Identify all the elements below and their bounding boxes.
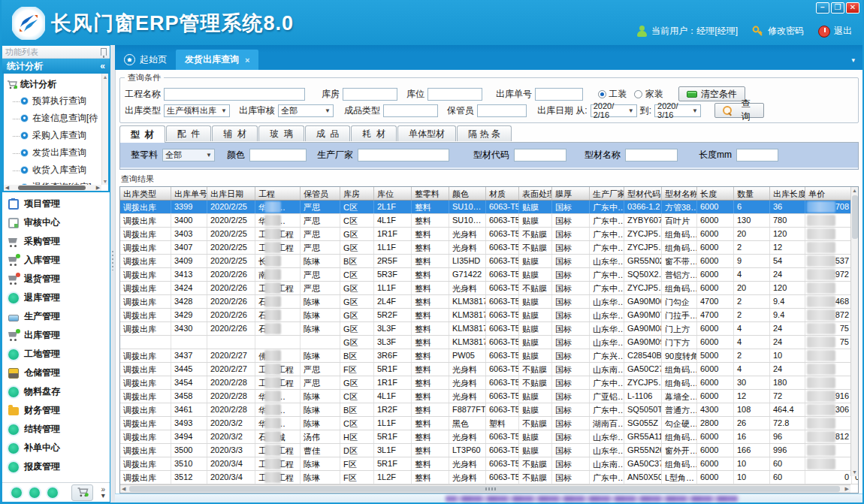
column-header-出库类型[interactable]: 出库类型 (120, 187, 171, 200)
sidebar-item-项目管理[interactable]: 项目管理 (2, 195, 110, 213)
close-button[interactable]: ✕ (846, 2, 859, 14)
dot-icon[interactable] (29, 487, 40, 498)
column-header-材质[interactable]: 材质 (486, 187, 519, 200)
tab-overflow-icon[interactable]: ▾ (851, 56, 855, 64)
order-no-input[interactable] (535, 88, 583, 101)
material-tab-辅材[interactable]: 辅 材 (212, 125, 258, 141)
sidebar-item-工地管理[interactable]: 工地管理 (2, 345, 110, 364)
change-password-button[interactable]: 修改密码 (752, 25, 804, 38)
scroll-left-icon[interactable]: ◀ (4, 185, 11, 191)
tree-root-stats[interactable]: 统计分析 (7, 77, 108, 92)
column-header-库房[interactable]: 库房 (340, 187, 374, 200)
sidebar-item-审核中心[interactable]: 审核中心 (2, 213, 110, 232)
tree-item-收货入库查询[interactable]: 收货入库查询 (7, 161, 108, 179)
table-row[interactable]: 调拨出库34002020/2/25华 原…严思C区4L1F整料SU10…6063… (120, 214, 858, 228)
grid-vertical-scrollbar[interactable]: ▲ ▼ (850, 187, 858, 476)
sidebar-item-入库管理[interactable]: 入库管理 (2, 251, 110, 270)
sidebar-item-报废管理[interactable]: 报废管理 (2, 457, 110, 476)
tree-item-在途信息查询[待[interactable]: 在途信息查询[待 (7, 110, 108, 127)
column-header-保管员[interactable]: 保管员 (301, 187, 340, 200)
keeper-input[interactable] (477, 104, 527, 117)
column-header-库位[interactable]: 库位 (374, 187, 412, 200)
maker-input[interactable] (358, 149, 449, 161)
table-row[interactable]: 调拨出库34582020/2/28华 原…陈琳C区4L1F整料光身料6063-T… (120, 390, 858, 403)
sidebar-item-仓储管理[interactable]: 仓储管理 (2, 364, 110, 382)
sidebar-item-出库管理[interactable]: 出库管理 (2, 326, 110, 345)
column-header-生产厂家[interactable]: 生产厂家 (590, 187, 624, 200)
material-tab-配件[interactable]: 配 件 (166, 125, 212, 141)
sidebar-item-财务管理[interactable]: 财务管理 (2, 401, 110, 420)
material-tab-单体型材[interactable]: 单体型材 (397, 125, 456, 141)
material-tab-玻璃[interactable]: 玻 璃 (258, 125, 304, 141)
search-button[interactable]: 查 询 (714, 103, 764, 118)
table-row[interactable]: 调拨出库34932020/3/2华 原…陈琳C区1L1F整料黑色塑料不贴膜国标湖… (120, 417, 858, 430)
scrollbar-thumb[interactable] (852, 195, 858, 239)
name-input[interactable] (625, 149, 678, 161)
tab-起始页[interactable]: 起始页 (115, 50, 176, 70)
table-row[interactable]: 调拨出库34132020/2/26南 …严思C区5R3F整料G714226063… (120, 268, 858, 282)
dot-icon[interactable] (47, 487, 58, 498)
table-row[interactable]: G区3L3F整料KLM38176063-T5贴膜国标山东华…GA90M09.门下… (120, 336, 858, 349)
grid-horizontal-scrollbar[interactable]: ◀ ▶ (120, 484, 850, 493)
minimize-button[interactable]: − (816, 2, 829, 14)
column-header-工程[interactable]: 工程 (255, 187, 301, 200)
table-row[interactable]: 调拨出库35122020/3/4工 共工程陈琳F区1L2F整料光身料6063-T… (120, 471, 858, 484)
scrollbar-thumb[interactable] (18, 186, 86, 190)
color-input[interactable] (249, 149, 307, 161)
scroll-down-icon[interactable]: ▼ (851, 469, 858, 476)
scroll-up-icon[interactable]: ▲ (102, 74, 108, 80)
scroll-down-icon[interactable]: ▼ (102, 178, 108, 185)
sidebar-item-生产管理[interactable]: 生产管理 (2, 307, 110, 326)
table-row[interactable]: 调拨出库34302020/2/26石 城陈琳G区3L3F整料KLM3817606… (120, 322, 858, 336)
table-row[interactable]: 调拨出库34242020/2/26工 共工程严思G区1L1F整料光身料6063-… (120, 282, 858, 295)
sidebar-item-结转管理[interactable]: 结转管理 (2, 420, 110, 439)
material-tab-型材[interactable]: 型 材 (119, 125, 165, 143)
tab-close-icon[interactable]: × (245, 56, 249, 65)
table-row[interactable]: 调拨出库34072020/2/25工 共工程严思G区1L1F整料光身料6063-… (120, 241, 858, 255)
material-tab-隔热条[interactable]: 隔 热 条 (457, 125, 512, 141)
code-input[interactable] (514, 149, 566, 161)
column-header-表面处理[interactable]: 表面处理 (519, 187, 552, 200)
sidebar-item-补单中心[interactable]: 补单中心 (2, 439, 110, 457)
scroll-left-icon[interactable]: ◀ (122, 486, 125, 492)
radio-jiazhuang[interactable]: 家装 (634, 88, 663, 101)
length-input[interactable] (736, 149, 778, 161)
scroll-right-icon[interactable]: ▶ (845, 486, 849, 492)
column-header-数量[interactable]: 数量 (734, 187, 770, 200)
column-header-整零料[interactable]: 整零料 (412, 187, 449, 200)
tree-horizontal-scrollbar[interactable]: ◀ ▶ (4, 185, 101, 191)
project-name-input[interactable] (164, 88, 305, 101)
scrollbar-thumb[interactable] (129, 486, 840, 492)
column-header-型材代码[interactable]: 型材代码 (624, 187, 662, 200)
out-type-select[interactable]: 生产领料出库▼ (164, 104, 230, 117)
tree-item-发货出库查询[interactable]: 发货出库查询 (7, 144, 108, 161)
table-row[interactable]: 调拨出库35002020/3/3工 共工程曹佳D区3L1F整料LT3P60606… (120, 444, 858, 457)
sidebar-splitter[interactable] (110, 45, 115, 502)
cart-button[interactable] (71, 484, 93, 501)
sidebar-item-退货管理[interactable]: 退货管理 (2, 270, 110, 288)
material-tab-成品[interactable]: 成 品 (305, 125, 351, 141)
table-row[interactable]: 调拨出库34032020/2/25工 共工程严思G区1R1F整料光身料6063-… (120, 228, 858, 241)
table-row[interactable]: 调拨出库33992020/2/25华 原…严思C区2L1F整料SU10…6063… (120, 201, 858, 214)
column-header-长度[interactable]: 长度 (697, 187, 734, 200)
column-header-单价[interactable]: 单价 (805, 187, 852, 200)
table-row[interactable]: 调拨出库35102020/3/4工 共工程陈琳F区5R1F整料光身料6063-T… (120, 457, 858, 471)
tree-item-采购入库查询[interactable]: 采购入库查询 (7, 127, 108, 144)
collapse-icon[interactable]: « (100, 61, 105, 71)
column-header-出库长度[interactable]: 出库长度 (770, 187, 805, 200)
table-row[interactable]: 调拨出库34612020/2/28华 原…陈琳B区1R2F整料F8877FT60… (120, 403, 858, 417)
date-from-picker[interactable]: 2020/ 2/16▼ (591, 104, 637, 117)
tab-发货出库查询[interactable]: 发货出库查询× (176, 50, 258, 70)
sidebar-item-物料盘存[interactable]: 物料盘存 (2, 382, 110, 401)
section-header-stats[interactable]: 统计分析 « (2, 59, 110, 74)
tree-item-预算执行查询[interactable]: 预算执行查询 (7, 92, 108, 110)
column-header-型材名称[interactable]: 型材名称 (662, 187, 697, 200)
sidebar-overflow-button[interactable]: » ▾ (101, 487, 105, 499)
warehouse-input[interactable] (343, 88, 397, 101)
dot-icon[interactable] (11, 487, 22, 498)
column-header-出库日期[interactable]: 出库日期 (207, 187, 255, 200)
material-tab-耗材[interactable]: 耗 材 (351, 125, 397, 141)
sidebar-item-采购管理[interactable]: 采购管理 (2, 232, 110, 251)
scroll-right-icon[interactable]: ▶ (95, 185, 101, 191)
table-row[interactable]: 调拨出库34282020/2/26石 城陈琳G区2L4F整料KLM3817606… (120, 295, 858, 309)
